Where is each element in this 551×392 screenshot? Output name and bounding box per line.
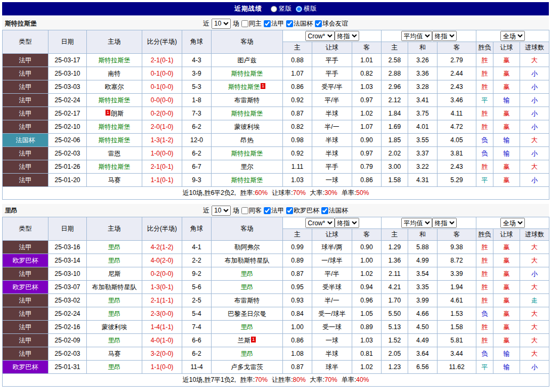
team-link[interactable]: 蒙彼利埃	[234, 123, 260, 130]
corners-cell: 12-0	[182, 134, 212, 147]
column-header: 进球数	[520, 229, 549, 241]
team-link[interactable]: 斯特拉斯堡	[99, 136, 131, 144]
asian-handicap: 受一/球半	[312, 307, 352, 321]
euro-home-odds: 1.69	[382, 120, 408, 134]
team-link[interactable]: 雷恩	[108, 150, 121, 157]
asian-away-odds: 1.00	[352, 254, 382, 267]
column-header: 比分(半场)	[142, 30, 182, 54]
team-link[interactable]: 里昂	[241, 270, 254, 277]
horizontal-layout-radio[interactable]	[296, 6, 302, 12]
league-checkbox-input[interactable]	[315, 20, 322, 27]
team-link[interactable]: 尼斯	[108, 270, 121, 277]
odds-source-select[interactable]: 终指	[335, 31, 359, 41]
team-link[interactable]: 斯特拉斯堡	[228, 83, 260, 91]
team-link[interactable]: 布加勒斯特星队	[225, 257, 270, 264]
team-link[interactable]: 斯特拉斯堡	[99, 123, 131, 130]
team-link[interactable]: 兰斯	[238, 337, 250, 344]
league-checkbox-input[interactable]	[286, 207, 293, 214]
league-checkbox-input[interactable]	[286, 20, 293, 27]
team-link[interactable]: 朗斯	[111, 110, 124, 117]
odds-source-select[interactable]: 终指	[335, 218, 359, 228]
match-count-select[interactable]: 10	[212, 206, 231, 216]
corners-cell: 5-6	[182, 281, 212, 294]
team-link[interactable]: 里昂	[108, 363, 121, 371]
home-team-cell: 里昂	[87, 334, 142, 347]
euro-home-odds: 2.96	[382, 80, 408, 94]
goals-result-cell: 大	[520, 307, 549, 321]
team-link[interactable]: 里昂	[108, 257, 121, 264]
team-link[interactable]: 里尔	[241, 163, 254, 170]
league-type: 法甲	[3, 107, 48, 120]
away-team-cell: 蒙彼利埃	[212, 120, 283, 134]
same-venue-checkbox-label: 同客	[249, 206, 262, 215]
league-checkbox[interactable]: 法甲	[264, 19, 284, 28]
team-link[interactable]: 欧塞尔	[105, 83, 124, 91]
column-header: 角球	[182, 217, 212, 241]
team-link[interactable]: 南特	[108, 70, 121, 77]
league-checkbox[interactable]: 法甲	[264, 206, 284, 215]
team-link[interactable]: 里昂	[108, 310, 121, 317]
team-link[interactable]: 里昂	[241, 283, 254, 291]
team-link[interactable]: 卢多戈雷茨	[231, 363, 263, 371]
team-link[interactable]: 斯特拉斯堡	[231, 176, 263, 184]
layout-radio-vertical[interactable]: 竖版	[271, 4, 291, 13]
team-link[interactable]: 布雷斯特	[234, 297, 260, 304]
same-venue-checkbox[interactable]: 同客	[241, 206, 262, 215]
odds-source-select[interactable]: Crow*	[305, 218, 335, 228]
team-link[interactable]: 勒阿弗尔	[234, 243, 260, 251]
layout-radio-horizontal[interactable]: 横版	[296, 4, 317, 13]
team-link[interactable]: 布加勒斯特星队	[92, 283, 137, 291]
same-venue-checkbox[interactable]: 同主	[241, 19, 262, 28]
euro-away-odds: 4.72	[437, 120, 476, 134]
odds-source-select[interactable]: 终指	[432, 218, 457, 228]
vertical-layout-radio[interactable]	[271, 6, 277, 12]
odds-source-select[interactable]: 平均值	[401, 218, 432, 228]
team-link[interactable]: 巴黎圣日尔曼	[228, 310, 266, 317]
league-type: 法甲	[3, 294, 48, 307]
league-checkbox[interactable]: 法国杯	[286, 19, 313, 28]
league-checkbox[interactable]: 法国杯	[321, 206, 348, 215]
asian-away-odds: 1.03	[352, 334, 382, 347]
odds-source-select[interactable]: Crow*	[305, 31, 335, 41]
euro-home-odds: 2.05	[382, 347, 408, 361]
league-checkbox-input[interactable]	[264, 207, 271, 214]
team-link[interactable]: 斯特拉斯堡	[231, 110, 263, 117]
team-link[interactable]: 里昂	[241, 323, 254, 331]
goals-result-cell: 小	[520, 107, 549, 120]
team-link[interactable]: 里昂	[108, 243, 121, 251]
team-link[interactable]: 昂热	[241, 136, 254, 144]
asian-handicap: 球半	[312, 361, 352, 374]
league-checkbox-input[interactable]	[264, 20, 271, 27]
team-link[interactable]: 斯特拉斯堡	[99, 163, 131, 170]
away-team-cell: 斯特拉斯堡	[212, 107, 283, 120]
euro-home-odds: 1.29	[382, 241, 408, 254]
league-checkbox-input[interactable]	[321, 207, 328, 214]
team-link[interactable]: 里昂	[108, 337, 121, 344]
team-link[interactable]: 斯特拉斯堡	[99, 96, 131, 104]
team-link[interactable]: 斯特拉斯堡	[231, 150, 263, 157]
corners-cell: 6-2	[182, 120, 212, 134]
team-link[interactable]: 马赛	[108, 350, 121, 357]
away-team-cell: 斯特拉斯堡1	[212, 80, 283, 94]
period-select[interactable]: 全场	[500, 218, 525, 228]
team-link[interactable]: 蒙彼利埃	[102, 323, 127, 331]
stat-label: 胜率:	[240, 376, 255, 383]
league-checkbox[interactable]: 欧罗巴杯	[286, 206, 319, 215]
home-team-cell: 斯特拉斯堡	[87, 120, 142, 134]
team-link[interactable]: 马赛	[108, 176, 121, 184]
same-venue-checkbox-input[interactable]	[241, 20, 248, 27]
summary-stat: 大率:30%	[310, 189, 337, 197]
goals-result-cell: 走	[520, 294, 549, 307]
team-link[interactable]: 里昂	[108, 297, 121, 304]
odds-source-select[interactable]: 终指	[432, 31, 457, 41]
match-count-select[interactable]: 10	[212, 19, 231, 29]
team-link[interactable]: 图卢兹	[238, 56, 257, 64]
league-checkbox[interactable]: 球会友谊	[315, 19, 348, 28]
team-link[interactable]: 斯特拉斯堡	[99, 56, 131, 64]
team-link[interactable]: 里昂	[241, 350, 254, 357]
team-link[interactable]: 布雷斯特	[234, 96, 260, 104]
odds-source-select[interactable]: 平均值	[401, 31, 432, 41]
team-link[interactable]: 斯特拉斯堡	[231, 70, 263, 77]
same-venue-checkbox-input[interactable]	[241, 207, 248, 214]
period-select[interactable]: 全场	[500, 31, 525, 41]
